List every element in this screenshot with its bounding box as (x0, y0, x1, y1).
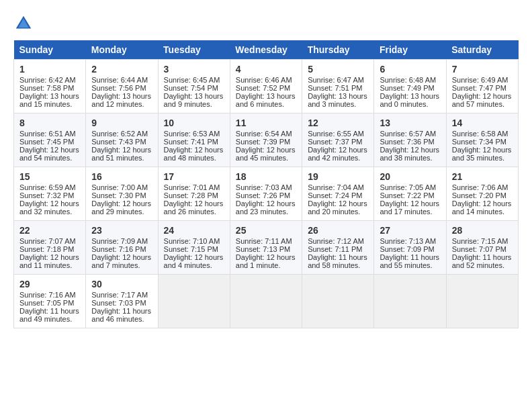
calendar-cell: 22Sunrise: 7:07 AMSunset: 7:18 PMDayligh… (14, 221, 86, 275)
day-info: Daylight: 13 hours (236, 92, 296, 100)
day-info: Sunset: 7:43 PM (91, 138, 152, 146)
calendar-table: SundayMondayTuesdayWednesdayThursdayFrid… (13, 40, 519, 328)
day-info: Daylight: 13 hours (380, 92, 440, 100)
day-info: Sunrise: 7:16 AM (19, 291, 80, 299)
day-number: 27 (380, 225, 440, 236)
day-info: Sunset: 7:16 PM (91, 245, 152, 253)
calendar-cell (374, 275, 446, 328)
day-info: Sunrise: 6:42 AM (19, 76, 80, 84)
day-info: and 7 minutes. (91, 261, 152, 269)
day-number: 2 (91, 64, 152, 75)
calendar-cell: 2Sunrise: 6:44 AMSunset: 7:56 PMDaylight… (86, 60, 158, 113)
day-info: Sunset: 7:22 PM (380, 191, 440, 199)
day-info: and 45 minutes. (236, 154, 296, 162)
day-info: Sunset: 7:47 PM (452, 84, 513, 92)
day-number: 25 (236, 225, 296, 236)
day-info: Sunrise: 7:04 AM (308, 183, 368, 191)
day-info: Daylight: 12 hours (19, 253, 80, 261)
day-number: 21 (452, 171, 513, 182)
calendar-cell: 8Sunrise: 6:51 AMSunset: 7:45 PMDaylight… (14, 113, 86, 167)
day-info: Sunrise: 6:49 AM (452, 76, 513, 84)
calendar-cell: 19Sunrise: 7:04 AMSunset: 7:24 PMDayligh… (302, 167, 374, 221)
day-info: and 51 minutes. (91, 154, 152, 162)
day-info: Sunset: 7:58 PM (19, 84, 80, 92)
day-header-monday: Monday (86, 40, 158, 60)
week-row-4: 22Sunrise: 7:07 AMSunset: 7:18 PMDayligh… (14, 221, 519, 275)
day-info: Sunrise: 7:06 AM (452, 183, 513, 191)
day-info: Daylight: 12 hours (236, 199, 296, 208)
day-number: 28 (452, 225, 513, 236)
day-number: 3 (164, 64, 224, 75)
day-info: Daylight: 12 hours (19, 199, 80, 208)
day-number: 19 (308, 171, 368, 182)
calendar-cell: 13Sunrise: 6:57 AMSunset: 7:36 PMDayligh… (374, 113, 446, 167)
day-info: Sunrise: 7:09 AM (91, 237, 152, 245)
calendar-cell: 10Sunrise: 6:53 AMSunset: 7:41 PMDayligh… (158, 113, 230, 167)
calendar-cell: 21Sunrise: 7:06 AMSunset: 7:20 PMDayligh… (446, 167, 518, 221)
day-info: Sunset: 7:09 PM (380, 245, 440, 253)
day-info: Daylight: 12 hours (164, 146, 224, 154)
day-info: Sunset: 7:13 PM (236, 245, 296, 253)
day-info: and 57 minutes. (452, 100, 513, 108)
day-info: Daylight: 11 hours (452, 253, 513, 261)
day-info: Sunrise: 6:57 AM (380, 130, 440, 138)
day-info: Daylight: 13 hours (308, 92, 368, 100)
day-info: Daylight: 12 hours (19, 146, 80, 154)
week-row-1: 1Sunrise: 6:42 AMSunset: 7:58 PMDaylight… (14, 60, 519, 113)
week-row-2: 8Sunrise: 6:51 AMSunset: 7:45 PMDaylight… (14, 113, 519, 167)
day-info: and 55 minutes. (380, 261, 440, 269)
day-info: and 29 minutes. (91, 208, 152, 216)
calendar-cell (230, 275, 302, 328)
calendar-cell: 27Sunrise: 7:13 AMSunset: 7:09 PMDayligh… (374, 221, 446, 275)
day-info: and 15 minutes. (19, 100, 80, 108)
calendar-cell: 26Sunrise: 7:12 AMSunset: 7:11 PMDayligh… (302, 221, 374, 275)
day-info: Sunrise: 6:59 AM (19, 183, 80, 191)
day-info: Sunrise: 7:11 AM (236, 237, 296, 245)
calendar-cell: 14Sunrise: 6:58 AMSunset: 7:34 PMDayligh… (446, 113, 518, 167)
day-number: 16 (91, 171, 152, 182)
day-info: Sunset: 7:24 PM (308, 191, 368, 199)
day-info: Daylight: 13 hours (19, 92, 80, 100)
day-info: Sunset: 7:07 PM (452, 245, 513, 253)
day-info: and 48 minutes. (164, 154, 224, 162)
day-header-friday: Friday (374, 40, 446, 60)
day-number: 29 (19, 279, 80, 289)
day-number: 11 (236, 118, 296, 128)
day-info: Sunrise: 6:58 AM (452, 130, 513, 138)
day-info: Sunrise: 6:45 AM (164, 76, 224, 84)
day-info: Sunset: 7:49 PM (380, 84, 440, 92)
day-info: Sunrise: 7:13 AM (380, 237, 440, 245)
day-info: Daylight: 11 hours (19, 307, 80, 315)
day-info: Sunrise: 6:44 AM (91, 76, 152, 84)
day-info: and 23 minutes. (236, 208, 296, 216)
calendar-cell: 11Sunrise: 6:54 AMSunset: 7:39 PMDayligh… (230, 113, 302, 167)
calendar-cell: 9Sunrise: 6:52 AMSunset: 7:43 PMDaylight… (86, 113, 158, 167)
day-number: 30 (91, 279, 152, 289)
calendar-cell: 15Sunrise: 6:59 AMSunset: 7:32 PMDayligh… (14, 167, 86, 221)
day-info: Sunset: 7:05 PM (19, 299, 80, 307)
day-info: Sunrise: 7:10 AM (164, 237, 224, 245)
day-header-wednesday: Wednesday (230, 40, 302, 60)
day-number: 13 (380, 118, 440, 128)
day-info: and 49 minutes. (19, 315, 80, 323)
day-number: 24 (164, 225, 224, 236)
day-number: 8 (19, 118, 80, 128)
day-info: Daylight: 11 hours (308, 253, 368, 261)
day-info: Daylight: 12 hours (91, 199, 152, 208)
day-info: and 4 minutes. (164, 261, 224, 269)
calendar-cell (302, 275, 374, 328)
day-info: and 52 minutes. (452, 261, 513, 269)
day-info: Daylight: 12 hours (308, 199, 368, 208)
day-info: and 14 minutes. (452, 208, 513, 216)
calendar-cell: 17Sunrise: 7:01 AMSunset: 7:28 PMDayligh… (158, 167, 230, 221)
calendar-cell: 7Sunrise: 6:49 AMSunset: 7:47 PMDaylight… (446, 60, 518, 113)
day-info: and 38 minutes. (380, 154, 440, 162)
day-number: 5 (308, 64, 368, 75)
day-info: Sunset: 7:37 PM (308, 138, 368, 146)
day-info: and 9 minutes. (164, 100, 224, 108)
day-info: Sunrise: 6:48 AM (380, 76, 440, 84)
day-info: Daylight: 12 hours (380, 146, 440, 154)
day-info: Daylight: 11 hours (91, 307, 152, 315)
calendar-cell: 6Sunrise: 6:48 AMSunset: 7:49 PMDaylight… (374, 60, 446, 113)
day-info: Daylight: 12 hours (452, 146, 513, 154)
